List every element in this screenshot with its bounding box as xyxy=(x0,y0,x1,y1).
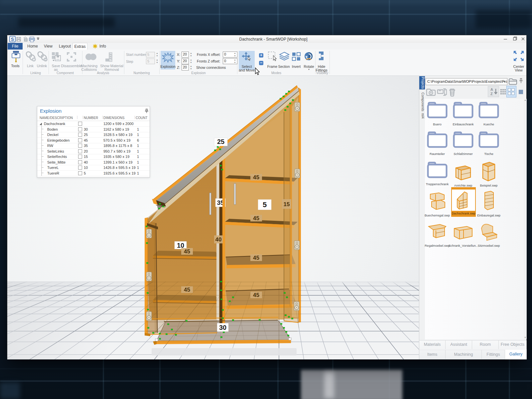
svg-text:45: 45 xyxy=(184,248,190,255)
svg-text:45: 45 xyxy=(253,292,259,298)
svg-text:25: 25 xyxy=(217,138,224,145)
svg-text:45: 45 xyxy=(253,174,259,181)
svg-text:Z: Z xyxy=(490,92,493,96)
svg-text:A: A xyxy=(490,87,493,91)
svg-text:45: 45 xyxy=(184,287,190,293)
svg-text:40: 40 xyxy=(215,236,222,243)
svg-text:5: 5 xyxy=(263,200,267,209)
svg-text:10: 10 xyxy=(177,242,184,249)
svg-text:S: S xyxy=(11,37,14,42)
svg-text:15: 15 xyxy=(284,201,290,207)
svg-text:45: 45 xyxy=(253,255,259,261)
svg-text:45: 45 xyxy=(253,215,259,221)
svg-text:30: 30 xyxy=(219,324,226,331)
